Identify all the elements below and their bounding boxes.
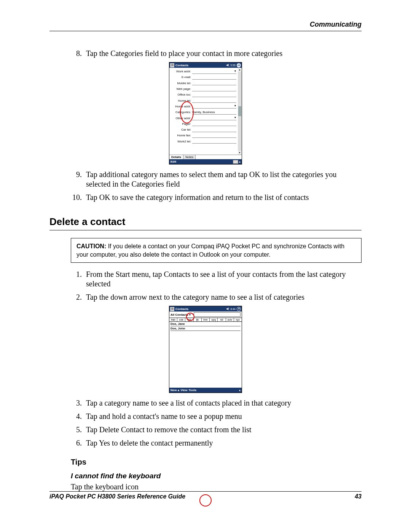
scroll-up-icon[interactable]: ▴ <box>238 68 242 72</box>
field-label: Work addr: <box>170 70 192 73</box>
field-input[interactable]: Family, Business <box>192 110 236 115</box>
dstep-3: Tap a category name to see a list of con… <box>84 398 362 408</box>
sip-arrow-icon-2[interactable]: ▴ <box>239 388 241 392</box>
ordered-list-categories: Tap the Categories field to place your c… <box>84 49 362 58</box>
ordered-list-categories-cont: Tap additional category names to select … <box>84 170 362 202</box>
screenshot-contacts-list: ⊞ Contacts ◀ξ 8:44 ✕ All Contacts ▾ #abc… <box>169 306 242 393</box>
alpha-group[interactable]: uvw <box>226 318 234 321</box>
alpha-group[interactable]: xyz <box>234 318 242 321</box>
subtip-body: Tap the keyboard icon <box>71 482 362 491</box>
field-label: Car tel: <box>170 128 192 131</box>
dstep-4: Tap and hold a contact's name to see a p… <box>84 412 362 421</box>
speaker-icon: ◀ξ <box>226 64 229 67</box>
ordered-list-delete: From the Start menu, tap Contacts to see… <box>84 270 362 302</box>
alpha-group[interactable]: cde <box>177 318 185 321</box>
dstep-6: Tap Yes to delete the contact permanentl… <box>84 438 362 448</box>
tips-heading: Tips <box>71 458 362 466</box>
field-label: Work2 tel: <box>170 140 192 143</box>
clock-text-2: 8:44 <box>230 308 236 310</box>
caution-text: If you delete a contact on your Compaq i… <box>76 243 344 258</box>
close-button[interactable]: ✕ <box>237 307 241 311</box>
menu-new[interactable]: New <box>170 388 177 392</box>
footer-page-number: 43 <box>355 493 362 500</box>
ok-button[interactable]: ok <box>237 63 241 67</box>
field-input[interactable] <box>192 121 236 126</box>
field-input[interactable] <box>192 81 236 85</box>
list-item[interactable]: Doe, John <box>170 326 241 331</box>
dstep-1: From the Start menu, tap Contacts to see… <box>84 270 362 289</box>
start-icon[interactable]: ⊞ <box>170 63 174 67</box>
ordered-list-delete-cont: Tap a category name to see a list of con… <box>84 398 362 448</box>
category-selector-row: All Contacts ▾ <box>169 312 242 318</box>
edit-menu[interactable]: Edit <box>170 160 176 163</box>
alpha-group[interactable]: lmn <box>202 318 210 321</box>
sort-arrow-icon[interactable]: ▴ <box>178 388 179 392</box>
field-input[interactable] <box>192 98 236 103</box>
field-label: Web page: <box>170 87 192 91</box>
field-label: E-mail: <box>170 75 192 79</box>
caution-label: CAUTION: <box>76 243 106 249</box>
field-input[interactable] <box>192 139 236 144</box>
tab-notes[interactable]: Notes <box>183 155 196 159</box>
field-input[interactable] <box>192 104 236 109</box>
subtip-heading: I cannot find the keyboard <box>71 472 362 480</box>
dstep-5: Tap Delete Contact to remove the contact… <box>84 425 362 435</box>
tab-details[interactable]: Details <box>169 155 183 159</box>
field-label: Mobile tel: <box>170 81 192 85</box>
field-label: Home fax: <box>170 134 192 137</box>
sip-arrow-icon[interactable]: ▴ <box>239 160 241 163</box>
field-input[interactable] <box>192 93 236 97</box>
running-header: Communicating <box>49 21 362 31</box>
field-input[interactable] <box>192 75 236 80</box>
field-input[interactable] <box>192 133 236 138</box>
contact-list: Doe, JaneDoe, John <box>169 322 242 331</box>
field-input[interactable] <box>192 87 236 91</box>
field-row: Pager: <box>170 121 241 127</box>
category-selector[interactable]: All Contacts <box>170 313 188 316</box>
alpha-group[interactable]: opq <box>210 318 218 321</box>
scroll-thumb[interactable] <box>238 106 241 116</box>
field-row: Mobile tel: <box>170 80 241 86</box>
field-input[interactable] <box>192 116 236 120</box>
caution-box: CAUTION: If you delete a contact on your… <box>71 238 362 263</box>
section-heading-delete: Delete a contact <box>49 216 362 230</box>
bottom-bar-2: New ▴ View Tools ▴ <box>169 388 242 393</box>
page-footer: iPAQ Pocket PC H3800 Series Reference Gu… <box>49 491 362 500</box>
bottom-bar: Edit ▴ <box>169 159 242 164</box>
list-body: All Contacts ▾ #abcdefghijklmnopqrstuvwx… <box>169 312 242 388</box>
screenshot-contacts-edit: ⊞ Contacts ◀ξ 5:55 ok ▴ ▾ Work addr:E-ma… <box>169 62 242 165</box>
field-row: Work2 tel: <box>170 139 241 144</box>
scroll-down-icon[interactable]: ▾ <box>238 151 242 155</box>
clock-text: 5:55 <box>230 64 236 67</box>
form-area: ▴ ▾ Work addr:E-mail:Mobile tel:Web page… <box>169 68 242 155</box>
keyboard-icon[interactable] <box>233 160 238 164</box>
alpha-group[interactable]: rst <box>218 318 226 321</box>
menu-view[interactable]: View <box>180 388 187 392</box>
field-input[interactable] <box>192 69 236 74</box>
annotation-circle <box>180 101 194 123</box>
alpha-index[interactable]: #abcdefghijklmnopqrstuvwxyz <box>169 318 242 322</box>
alpha-group[interactable]: ijk <box>194 318 202 321</box>
field-row: Web page: <box>170 86 241 92</box>
speaker-icon-2: ◀ξ <box>226 307 229 310</box>
scrollbar[interactable]: ▴ ▾ <box>238 68 242 155</box>
titlebar-2: ⊞ Contacts ◀ξ 8:44 ✕ <box>169 306 242 312</box>
step-8: Tap the Categories field to place your c… <box>84 49 362 58</box>
tabs: Details Notes <box>169 155 242 159</box>
list-item[interactable]: Doe, Jane <box>170 322 241 326</box>
search-input[interactable] <box>194 312 241 317</box>
app-title: Contacts <box>175 64 226 67</box>
dstep-2: Tap the down arrow next to the category … <box>84 292 362 302</box>
step-10: Tap OK to save the category information … <box>84 193 362 202</box>
field-input[interactable] <box>192 128 236 132</box>
field-row: E-mail: <box>170 74 241 80</box>
alpha-group[interactable]: #ab <box>169 318 177 321</box>
field-row: Home fax: <box>170 133 241 138</box>
field-label: Office loc: <box>170 93 192 96</box>
start-icon-2[interactable]: ⊞ <box>170 307 174 311</box>
field-row: Work addr: <box>170 69 241 74</box>
field-row: Home tel: <box>170 97 241 103</box>
menu-tools[interactable]: Tools <box>189 388 197 392</box>
field-row: Office loc: <box>170 92 241 97</box>
step-9: Tap additional category names to select … <box>84 170 362 189</box>
